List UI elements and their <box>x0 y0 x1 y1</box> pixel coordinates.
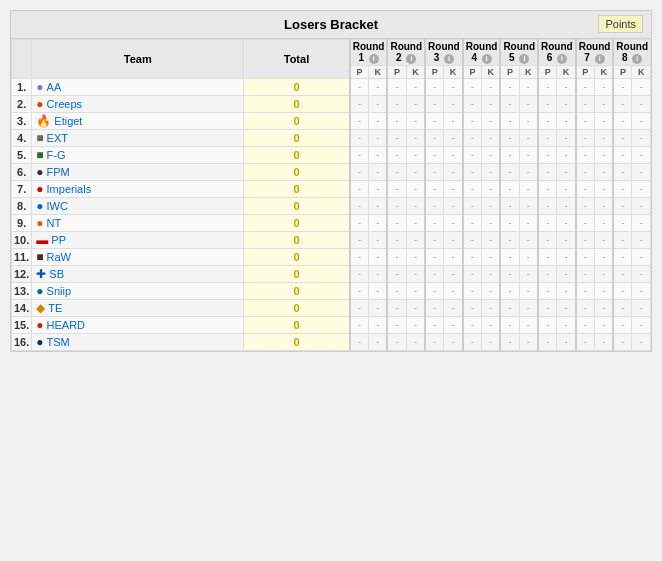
r6-k-cell: - <box>557 334 576 351</box>
r2-p-cell: - <box>387 266 406 283</box>
r5-p-cell: - <box>500 96 519 113</box>
team-name: Imperials <box>47 183 92 195</box>
team-name: TE <box>48 302 62 314</box>
team-name-cell: ●FPM <box>32 164 244 181</box>
r8-k-cell: - <box>632 113 651 130</box>
r1-k-header: K <box>369 66 388 79</box>
r8-p-cell: - <box>613 147 632 164</box>
r8-k-cell: - <box>632 130 651 147</box>
r8-k-cell: - <box>632 249 651 266</box>
round1-info-icon[interactable]: i <box>369 54 379 64</box>
r1-k-cell: - <box>369 232 388 249</box>
round8-info-icon[interactable]: i <box>632 54 642 64</box>
r5-p-cell: - <box>500 79 519 96</box>
r8-p-cell: - <box>613 113 632 130</box>
team-name: AA <box>47 81 62 93</box>
r6-p-cell: - <box>538 130 557 147</box>
r8-p-cell: - <box>613 198 632 215</box>
team-name: F-G <box>47 149 66 161</box>
total-cell: 0 <box>244 164 350 181</box>
r7-k-cell: - <box>595 266 614 283</box>
r8-k-cell: - <box>632 198 651 215</box>
table-row: 2.●Creeps0---------------- <box>12 96 651 113</box>
r7-k-cell: - <box>595 232 614 249</box>
r6-k-cell: - <box>557 96 576 113</box>
team-name: TSM <box>47 336 70 348</box>
r6-p-cell: - <box>538 181 557 198</box>
r2-k-cell: - <box>406 130 425 147</box>
rank-cell: 14. <box>12 300 32 317</box>
r3-k-cell: - <box>444 79 463 96</box>
r1-k-cell: - <box>369 79 388 96</box>
r2-p-cell: - <box>387 96 406 113</box>
r3-p-cell: - <box>425 300 444 317</box>
total-cell: 0 <box>244 249 350 266</box>
r5-k-cell: - <box>519 113 538 130</box>
round3-info-icon[interactable]: i <box>444 54 454 64</box>
rank-cell: 3. <box>12 113 32 130</box>
round8-header: Round 8 i <box>613 40 650 66</box>
r6-k-cell: - <box>557 79 576 96</box>
r5-k-cell: - <box>519 130 538 147</box>
r7-p-cell: - <box>576 147 595 164</box>
total-cell: 0 <box>244 300 350 317</box>
r4-k-cell: - <box>482 79 501 96</box>
r8-p-cell: - <box>613 283 632 300</box>
r5-k-cell: - <box>519 147 538 164</box>
team-icon: ● <box>36 335 43 349</box>
r6-p-cell: - <box>538 334 557 351</box>
table-row: 9.●NT0---------------- <box>12 215 651 232</box>
r4-k-cell: - <box>482 249 501 266</box>
r4-p-cell: - <box>463 164 482 181</box>
team-name-cell: ■RaW <box>32 249 244 266</box>
round5-info-icon[interactable]: i <box>519 54 529 64</box>
r5-p-cell: - <box>500 198 519 215</box>
r1-p-cell: - <box>350 232 369 249</box>
team-icon: ■ <box>36 131 43 145</box>
r8-k-cell: - <box>632 164 651 181</box>
rank-cell: 13. <box>12 283 32 300</box>
table-row: 5.■F-G0---------------- <box>12 147 651 164</box>
round7-info-icon[interactable]: i <box>595 54 605 64</box>
rank-cell: 7. <box>12 181 32 198</box>
r6-k-cell: - <box>557 300 576 317</box>
total-cell: 0 <box>244 130 350 147</box>
r4-k-cell: - <box>482 300 501 317</box>
round2-info-icon[interactable]: i <box>406 54 416 64</box>
r7-k-cell: - <box>595 130 614 147</box>
r5-k-cell: - <box>519 164 538 181</box>
team-name: Sniip <box>47 285 71 297</box>
team-icon: ● <box>36 216 43 230</box>
team-icon: 🔥 <box>36 114 51 128</box>
r4-p-cell: - <box>463 232 482 249</box>
r2-k-cell: - <box>406 283 425 300</box>
table-row: 16.●TSM0---------------- <box>12 334 651 351</box>
round4-info-icon[interactable]: i <box>482 54 492 64</box>
r4-p-header: P <box>463 66 482 79</box>
r8-k-cell: - <box>632 300 651 317</box>
r6-k-cell: - <box>557 317 576 334</box>
r7-k-cell: - <box>595 113 614 130</box>
team-icon: ● <box>36 97 43 111</box>
r7-k-cell: - <box>595 164 614 181</box>
r1-k-cell: - <box>369 164 388 181</box>
r7-k-cell: - <box>595 317 614 334</box>
r8-k-cell: - <box>632 96 651 113</box>
r7-p-cell: - <box>576 198 595 215</box>
r4-p-cell: - <box>463 198 482 215</box>
r4-k-cell: - <box>482 334 501 351</box>
team-icon: ● <box>36 318 43 332</box>
team-name-cell: ●TSM <box>32 334 244 351</box>
r2-k-cell: - <box>406 164 425 181</box>
r2-p-cell: - <box>387 283 406 300</box>
r1-k-cell: - <box>369 181 388 198</box>
r8-k-cell: - <box>632 334 651 351</box>
points-button[interactable]: Points <box>598 15 643 33</box>
r4-k-cell: - <box>482 130 501 147</box>
r5-k-cell: - <box>519 249 538 266</box>
r3-p-cell: - <box>425 215 444 232</box>
round6-info-icon[interactable]: i <box>557 54 567 64</box>
r3-p-cell: - <box>425 317 444 334</box>
r2-k-cell: - <box>406 181 425 198</box>
r6-k-cell: - <box>557 249 576 266</box>
